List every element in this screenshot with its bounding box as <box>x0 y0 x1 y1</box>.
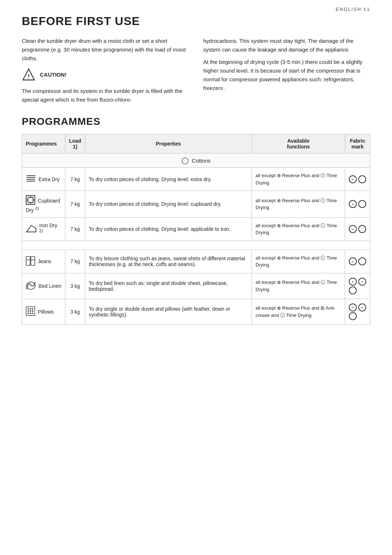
fabric-circle-dot <box>349 175 357 183</box>
fabric-circle-dot <box>349 303 357 311</box>
jeans-fabric <box>345 250 370 273</box>
jeans-name-cell: Jeans <box>22 250 65 273</box>
fabric-row <box>349 225 366 233</box>
extra-dry-label: Extra Dry <box>38 176 60 182</box>
before-first-use-title: BEFORE FIRST USE <box>22 15 370 28</box>
svg-point-20 <box>32 308 33 310</box>
header-programmes: Programmes <box>22 134 65 154</box>
cupboard-dry-name-cell: Cupboard Dry 2) <box>22 191 65 218</box>
programmes-title: PROGRAMMES <box>22 116 370 127</box>
cupboard-dry-label: Cupboard <box>38 198 60 204</box>
pillows-name-cell: Pillows <box>22 299 65 325</box>
iron-dry-functions: all except ⊕ Reverse Plus and ⓘ Time Dry… <box>252 217 345 241</box>
iron-dry-fabric <box>345 217 370 241</box>
table-row: Iron Dry 2) 7 kg To dry cotton pieces of… <box>22 217 370 241</box>
programmes-table: Programmes Load1) Properties Availablefu… <box>22 134 370 325</box>
iron-dry-name-cell: Iron Dry 2) <box>22 217 65 241</box>
pillows-fabric <box>345 299 370 325</box>
table-row: Extra Dry 7 kg To dry cotton pieces of c… <box>22 168 370 191</box>
bed-linen-fabric <box>345 273 370 299</box>
jeans-label: Jeans <box>38 258 51 264</box>
iron-dry-label: Iron Dry 2) <box>39 223 61 236</box>
table-row: Bed Linen 3 kg To dry bed linen such as:… <box>22 273 370 299</box>
fabric-circle-dot2 <box>358 278 366 286</box>
col2-para2: At the beginning of drying cycle (3-5 mi… <box>203 58 370 93</box>
cupboard-dry-load: 7 kg <box>65 191 85 218</box>
pillows-name-row: Pillows <box>26 306 61 317</box>
svg-rect-14 <box>31 257 35 265</box>
svg-rect-7 <box>28 197 33 203</box>
cottons-header-row: ◯ Cottons <box>22 154 370 168</box>
svg-point-23 <box>32 310 33 312</box>
fabric-marks <box>349 278 366 294</box>
header-fabric: Fabricmark <box>345 134 370 154</box>
svg-text:!: ! <box>28 73 29 79</box>
pillows-icon <box>26 306 35 317</box>
iron-dry-name-row: Iron Dry 2) <box>26 223 61 236</box>
iron-dry-load: 7 kg <box>65 217 85 241</box>
svg-point-18 <box>28 308 29 310</box>
header-available: Availablefunctions <box>252 134 345 154</box>
caution-block: ! CAUTION! <box>22 68 189 82</box>
superscript-2: 2) <box>35 206 39 211</box>
col1-para2: The compressor and its system in the tum… <box>22 87 189 104</box>
iron-dry-wrap: Iron Dry 2) <box>26 223 61 236</box>
bed-linen-name-row: Bed Linen <box>26 281 61 291</box>
page-number: ENGLISH 11 <box>336 7 370 12</box>
fabric-row-2 <box>349 286 357 294</box>
pillows-load: 3 kg <box>65 299 85 325</box>
svg-point-19 <box>30 308 31 310</box>
separator-cell <box>22 241 370 250</box>
cottons-label: ◯ Cottons <box>22 154 370 168</box>
bed-linen-properties: To dry bed linen such as: single and dou… <box>85 273 252 299</box>
iron-dry-superscript: 2) <box>39 228 43 233</box>
fabric-circle-empty <box>358 200 366 208</box>
jeans-functions: all except ⊕ Reverse Plus and ⓘ Time Dry… <box>252 250 345 273</box>
iron-dry-icon <box>26 225 37 234</box>
extra-dry-name: Extra Dry <box>26 174 61 184</box>
extra-dry-properties: To dry cotton pieces of clothing. Drying… <box>85 168 252 191</box>
iron-dry-properties: To dry cotton pieces of clothing. Drying… <box>85 217 252 241</box>
col-left: Clean the tumble dryer drum with a moist… <box>22 37 189 104</box>
cupboard-dry-icon <box>26 195 35 206</box>
extra-dry-functions: all except ⊕ Reverse Plus and ⓘ Time Dry… <box>252 168 345 191</box>
cupboard-dry-wrap: Cupboard Dry 2) <box>26 195 61 213</box>
jeans-properties: To dry leisure clothing such as jeans, s… <box>85 250 252 273</box>
caution-label: CAUTION! <box>40 70 66 79</box>
fabric-row-1 <box>349 303 366 311</box>
extra-dry-fabric <box>345 168 370 191</box>
fabric-circle-dot <box>349 278 357 286</box>
extra-dry-load: 7 kg <box>65 168 85 191</box>
fabric-circle-empty <box>349 286 357 294</box>
bed-linen-name-cell: Bed Linen <box>22 273 65 299</box>
fabric-row-1 <box>349 278 366 286</box>
table-row: Pillows 3 kg To dry single or double duv… <box>22 299 370 325</box>
pillows-label: Pillows <box>38 309 54 315</box>
fabric-row <box>349 175 366 183</box>
svg-rect-13 <box>26 257 30 265</box>
fabric-circle-dot <box>349 257 357 265</box>
fabric-circle-dot2 <box>358 303 366 311</box>
fabric-marks <box>349 303 366 320</box>
table-row: Cupboard Dry 2) 7 kg To dry cotton piece… <box>22 191 370 218</box>
bed-linen-load: 3 kg <box>65 273 85 299</box>
cupboard-dry-properties: To dry cotton pieces of clothing. Drying… <box>85 191 252 218</box>
fabric-circle-empty <box>358 225 366 233</box>
svg-point-26 <box>32 313 33 314</box>
header-load: Load1) <box>65 134 85 154</box>
pillows-functions: all except ⊕ Reverse Plus and ⊞ Anti-cre… <box>252 299 345 325</box>
fabric-row <box>349 257 366 265</box>
bed-linen-icon <box>26 281 36 291</box>
cupboard-dry-functions: all except ⊕ Reverse Plus and ⓘ Time Dry… <box>252 191 345 218</box>
prog-name-cell: Extra Dry <box>22 168 65 191</box>
jeans-name-row: Jeans <box>26 256 61 267</box>
page: ENGLISH 11 BEFORE FIRST USE Clean the tu… <box>0 0 392 555</box>
svg-point-24 <box>28 313 29 314</box>
bed-linen-functions: all except ⊕ Reverse Plus and ⓘ Time Dry… <box>252 273 345 299</box>
fabric-row-2 <box>349 312 357 320</box>
fabric-row <box>349 200 366 208</box>
jeans-load: 7 kg <box>65 250 85 273</box>
svg-point-25 <box>30 313 31 314</box>
col-right: hydrocarbons. This system must stay tigh… <box>203 37 370 104</box>
cottons-icon: ◯ <box>181 157 189 164</box>
